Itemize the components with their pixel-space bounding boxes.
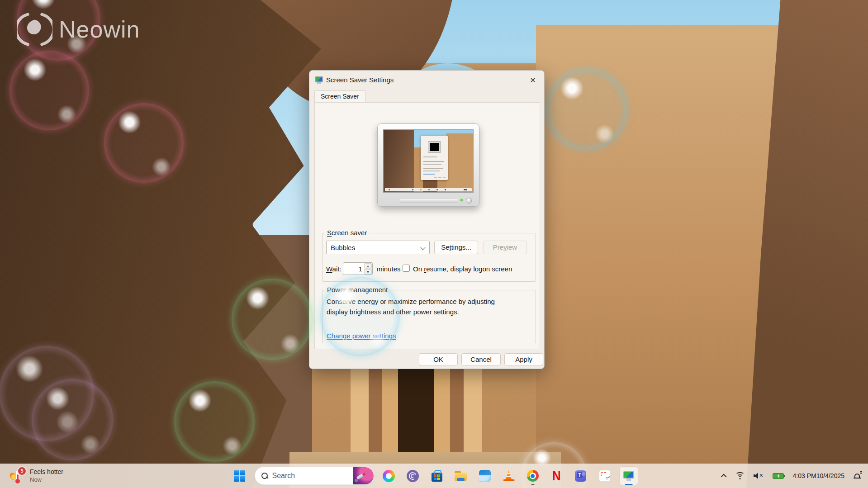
monitor-power-led xyxy=(460,199,463,201)
desktop: Neowin Screen Saver Settings ✕ Screen Sa… xyxy=(0,0,868,488)
dialog-title: Screen Saver Settings xyxy=(326,76,394,84)
monitor-power-button xyxy=(466,198,472,204)
notification-badge: 5 xyxy=(17,466,27,476)
screen-saver-settings-icon xyxy=(623,471,634,481)
netflix-icon: N xyxy=(552,469,561,483)
bubble-pink-2 xyxy=(9,51,89,130)
taskbar-app-netflix[interactable]: N xyxy=(548,467,566,485)
ok-button[interactable]: OK xyxy=(419,353,458,365)
bubble-green-2 xyxy=(174,381,255,462)
apply-button[interactable]: Apply xyxy=(504,353,543,365)
teams-icon xyxy=(575,470,586,482)
battery-charging-icon[interactable] xyxy=(771,468,786,484)
windows-logo-icon xyxy=(234,470,245,482)
wait-label: Wait: xyxy=(326,265,342,273)
dialog-titlebar: Screen Saver Settings ✕ xyxy=(309,71,544,90)
monitor-preview xyxy=(377,123,479,207)
neowin-logo-icon xyxy=(17,12,52,47)
close-icon[interactable]: ✕ xyxy=(525,74,541,86)
neowin-watermark-text: Neowin xyxy=(59,16,140,43)
screensaver-dropdown-value: Bubbles xyxy=(331,244,355,251)
neowin-watermark: Neowin xyxy=(17,12,140,47)
taskbar-app-teams[interactable] xyxy=(572,467,590,485)
wait-spinner[interactable]: 1 ▲ ▼ xyxy=(343,262,373,275)
bittorrent-icon xyxy=(407,470,419,482)
system-tray: ✕ 4:03 PM 10/4/2025 z xyxy=(721,464,863,488)
active-app-indicator xyxy=(625,484,632,485)
screen-saver-group: Screen saver Bubbles Settings... Preview… xyxy=(322,233,536,282)
tray-date: 10/4/2025 xyxy=(816,472,844,480)
search-daily-image xyxy=(353,467,374,485)
settings-button[interactable]: Settings... xyxy=(434,241,478,254)
taskbar-app-chrome[interactable] xyxy=(524,467,542,485)
bubble-lavender-2 xyxy=(32,379,113,460)
bubble-cyan-1 xyxy=(546,69,627,150)
mini-dialog-monitor xyxy=(428,142,440,152)
weather-widget[interactable]: 5 Feels hotter Now xyxy=(5,464,69,488)
chrome-icon xyxy=(527,470,539,482)
running-indicator xyxy=(531,484,534,485)
on-resume-checkbox-label[interactable]: On resume, display logon screen xyxy=(413,265,512,273)
taskbar-app-snipping-tool[interactable]: ✂ xyxy=(596,467,614,485)
on-resume-checkbox[interactable] xyxy=(403,265,410,272)
tray-time: 4:03 PM xyxy=(793,472,816,480)
mini-wallpaper-right xyxy=(446,133,473,192)
bubble-cyan-dialog xyxy=(320,277,400,356)
taskbar-app-copilot[interactable] xyxy=(380,467,398,485)
taskbar-app-photos[interactable] xyxy=(476,467,494,485)
copilot-icon xyxy=(383,470,395,482)
do-not-disturb-bell-icon[interactable]: z xyxy=(852,468,863,484)
screensaver-dropdown[interactable]: Bubbles xyxy=(326,241,430,254)
screen-saver-group-label: Screen saver xyxy=(325,229,369,237)
file-explorer-icon xyxy=(455,471,467,481)
spinner-up-icon[interactable]: ▲ xyxy=(364,263,372,269)
taskbar-app-microsoft-store[interactable] xyxy=(428,467,446,485)
mini-wallpaper-left xyxy=(384,130,414,192)
volume-muted-icon[interactable]: ✕ xyxy=(752,468,765,484)
taskbar-app-screen-saver-settings[interactable] xyxy=(620,467,638,485)
monitor-stand xyxy=(399,199,458,203)
search-box[interactable] xyxy=(255,467,374,485)
taskbar-app-bittorrent[interactable] xyxy=(404,467,422,485)
start-button[interactable] xyxy=(231,467,249,485)
mini-taskbar xyxy=(385,188,472,191)
bubble-pink-3 xyxy=(104,103,184,183)
taskbar-center: N ✂ xyxy=(231,464,638,488)
taskbar-app-file-explorer[interactable] xyxy=(452,467,470,485)
clock[interactable]: 4:03 PM 10/4/2025 xyxy=(791,468,846,484)
weather-subtitle: Now xyxy=(30,476,63,483)
photos-icon xyxy=(479,470,491,482)
vlc-icon xyxy=(503,470,515,481)
wait-value: 1 xyxy=(359,265,362,273)
taskbar: 5 Feels hotter Now xyxy=(0,464,868,488)
minutes-label: minutes xyxy=(377,265,401,273)
chevron-down-icon xyxy=(420,245,425,250)
snipping-tool-icon: ✂ xyxy=(599,470,611,482)
bubble-green-1 xyxy=(232,279,313,360)
wifi-icon[interactable] xyxy=(734,468,746,484)
weather-title: Feels hotter xyxy=(30,468,63,476)
wait-spinner-arrows: ▲ ▼ xyxy=(364,263,372,274)
tab-screen-saver[interactable]: Screen Saver xyxy=(314,90,365,102)
preview-button[interactable]: Preview xyxy=(484,241,526,254)
spinner-down-icon[interactable]: ▼ xyxy=(364,269,372,275)
mini-dialog xyxy=(421,136,448,180)
weather-hot-icon: 5 xyxy=(10,468,25,483)
tray-chevron-up-icon[interactable] xyxy=(721,468,728,484)
cancel-button[interactable]: Cancel xyxy=(461,353,501,365)
monitor-preview-screen xyxy=(383,129,474,193)
display-screensaver-icon xyxy=(315,76,323,84)
microsoft-store-icon xyxy=(432,473,442,482)
dialog-button-row: OK Cancel Apply xyxy=(309,353,544,365)
taskbar-app-vlc[interactable] xyxy=(500,467,518,485)
search-icon xyxy=(261,473,268,479)
